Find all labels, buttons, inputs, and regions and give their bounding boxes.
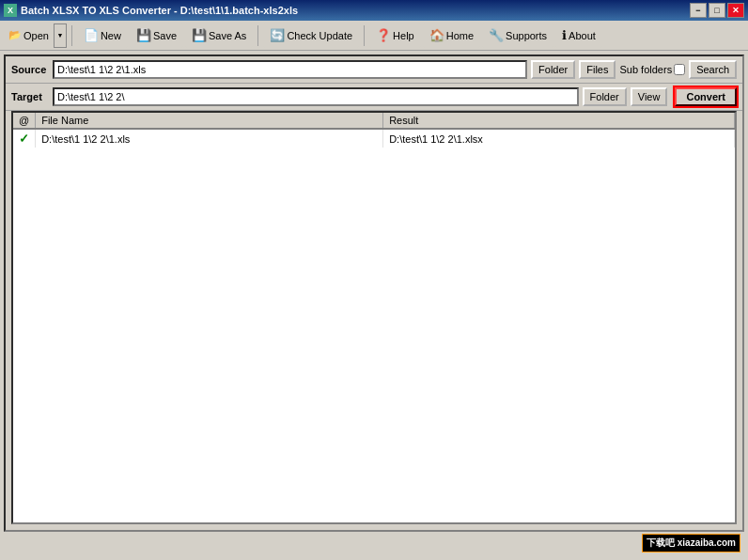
title-bar: X Batch XLSX TO XLS Converter - D:\test\… — [0, 0, 748, 21]
source-input[interactable] — [53, 60, 527, 79]
supports-icon: 🔧 — [489, 28, 504, 42]
about-label: About — [569, 30, 596, 41]
supports-button[interactable]: 🔧 Supports — [482, 23, 553, 48]
help-button[interactable]: ❓ Help — [369, 23, 421, 48]
save-icon: 💾 — [136, 28, 151, 42]
target-row: Target Folder View Convert — [6, 84, 742, 111]
home-label: Home — [446, 30, 474, 41]
minimize-button[interactable]: − — [690, 3, 707, 18]
col-header-status[interactable]: @ — [13, 113, 36, 129]
cell-filename: D:\test\1 1\2 2\1.xls — [36, 129, 383, 148]
help-label: Help — [393, 30, 414, 41]
home-button[interactable]: 🏠 Home — [423, 23, 480, 48]
checkupdate-button[interactable]: 🔄 Check Update — [263, 23, 359, 48]
saveas-button[interactable]: 💾 Save As — [185, 23, 253, 48]
save-label: Save — [153, 30, 177, 41]
new-icon: 📄 — [84, 28, 99, 42]
open-icon: 📂 — [8, 29, 22, 41]
table-body: ✓ D:\test\1 1\2 2\1.xls D:\test\1 1\2 2\… — [13, 129, 735, 148]
open-label: Open — [23, 30, 49, 41]
open-button-group: 📂 Open ▼ — [4, 23, 67, 48]
about-icon: ℹ — [562, 28, 567, 42]
window-controls: − □ ✕ — [690, 3, 744, 18]
source-folder-button[interactable]: Folder — [531, 60, 575, 79]
sep1 — [71, 25, 72, 46]
cell-result: D:\test\1 1\2 2\1.xlsx — [383, 129, 735, 148]
sep3 — [364, 25, 365, 46]
target-input[interactable] — [53, 87, 579, 106]
main-window: Source Folder Files Sub folders Search T… — [4, 54, 744, 532]
source-row: Source Folder Files Sub folders Search — [6, 56, 742, 84]
table-header-row: @ File Name Result — [13, 113, 735, 129]
convert-button[interactable]: Convert — [675, 87, 737, 106]
help-icon: ❓ — [376, 28, 391, 42]
new-button[interactable]: 📄 New — [77, 23, 128, 48]
table-row[interactable]: ✓ D:\test\1 1\2 2\1.xls D:\test\1 1\2 2\… — [13, 129, 735, 148]
sep2 — [257, 25, 258, 46]
cell-status: ✓ — [13, 129, 36, 148]
new-label: New — [101, 30, 121, 41]
checkupdate-label: Check Update — [287, 30, 352, 41]
watermark: 下载吧 xiazaiba.com — [642, 534, 740, 552]
subfolders-area: Sub folders — [619, 64, 685, 75]
open-button[interactable]: 📂 Open — [4, 23, 54, 48]
file-table: @ File Name Result ✓ D:\test\1 1\2 2\1.x… — [13, 113, 735, 148]
col-header-filename[interactable]: File Name — [36, 113, 383, 129]
target-label: Target — [11, 91, 49, 102]
supports-label: Supports — [506, 30, 547, 41]
close-button[interactable]: ✕ — [727, 3, 744, 18]
subfolders-checkbox[interactable] — [674, 64, 685, 75]
about-button[interactable]: ℹ About — [555, 23, 602, 48]
source-label: Source — [11, 64, 49, 75]
home-icon: 🏠 — [429, 28, 444, 42]
saveas-label: Save As — [209, 30, 246, 41]
source-files-button[interactable]: Files — [579, 60, 616, 79]
window-title: Batch XLSX TO XLS Converter - D:\test\1\… — [21, 5, 298, 16]
target-folder-button[interactable]: Folder — [583, 87, 627, 106]
app-icon: X — [4, 4, 17, 17]
toolbar: 📂 Open ▼ 📄 New 💾 Save 💾 Save As 🔄 Check … — [0, 21, 748, 51]
file-table-container: @ File Name Result ✓ D:\test\1 1\2 2\1.x… — [11, 111, 737, 524]
target-view-button[interactable]: View — [631, 87, 668, 106]
col-header-result[interactable]: Result — [383, 113, 735, 129]
subfolders-label: Sub folders — [619, 64, 672, 75]
search-button[interactable]: Search — [689, 60, 737, 79]
maximize-button[interactable]: □ — [709, 3, 725, 18]
open-dropdown-arrow[interactable]: ▼ — [54, 23, 67, 48]
saveas-icon: 💾 — [192, 28, 207, 42]
save-button[interactable]: 💾 Save — [130, 23, 183, 48]
checkupdate-icon: 🔄 — [270, 28, 285, 42]
